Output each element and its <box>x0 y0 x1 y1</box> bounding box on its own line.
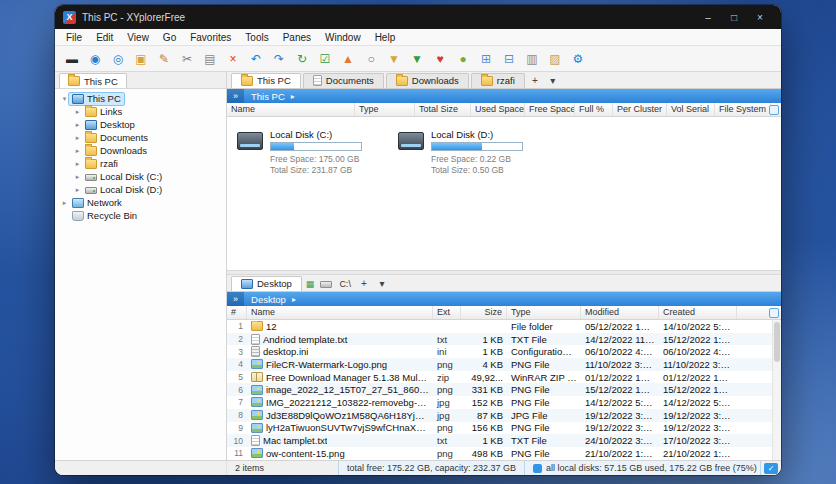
file-tab[interactable]: This PC <box>231 73 301 88</box>
scrollbar-thumb[interactable] <box>774 322 780 362</box>
file-tab[interactable]: Documents <box>303 73 384 88</box>
expand-arrow-icon[interactable]: ▸ <box>73 121 82 129</box>
menu-item[interactable]: File <box>59 32 89 43</box>
column-header[interactable]: Full % <box>575 103 613 116</box>
column-header[interactable]: Ext <box>433 306 461 319</box>
desktop.ini[interactable]: 3 desktop.ini ini 1 KB Configuration set… <box>227 345 781 358</box>
column-header[interactable]: File System <box>715 103 771 116</box>
lyH2aTiwuonSUVTw7vjS9wfCHnaXhsrF.png[interactable]: 9 lyH2aTiwuonSUVTw7vjS9wfCHnaXhsrF.png p… <box>227 422 781 435</box>
find-icon[interactable]: ○ <box>360 49 382 69</box>
drive-path-label[interactable]: C:\ <box>339 279 351 289</box>
edit-icon[interactable]: ✎ <box>153 49 175 69</box>
tree-caption-tab[interactable]: This PC <box>59 73 127 88</box>
column-header[interactable]: # <box>227 306 247 319</box>
tree-item[interactable]: Recycle Bin <box>57 209 224 222</box>
tree-item[interactable]: ▸ Network <box>57 196 224 209</box>
close-button[interactable]: × <box>747 8 773 26</box>
favorites-icon[interactable]: ♥ <box>429 49 451 69</box>
expand-arrow-icon[interactable]: ▸ <box>73 186 82 194</box>
tree-item[interactable]: ▸ Downloads <box>57 144 224 157</box>
column-header[interactable]: Type <box>507 306 581 319</box>
header-options-button[interactable] <box>769 105 779 115</box>
menu-item[interactable]: View <box>120 32 156 43</box>
column-header[interactable]: Name <box>247 306 433 319</box>
sweep-icon[interactable]: ▨ <box>544 49 566 69</box>
expand-arrow-icon[interactable]: ▸ <box>73 147 82 155</box>
split-view-icon[interactable]: ⊟ <box>498 49 520 69</box>
file-tab[interactable]: rzafi <box>471 73 525 88</box>
column-header[interactable]: Vol Serial <box>667 103 715 116</box>
cut-icon[interactable]: ✂ <box>176 49 198 69</box>
Mac tamplet.txt[interactable]: 10 Mac tamplet.txt txt 1 KB TXT File 24/… <box>227 434 781 447</box>
menu-item[interactable]: Help <box>368 32 403 43</box>
tree-item[interactable]: ▸ rzafi <box>57 157 224 170</box>
tree-item[interactable]: ▸ Links <box>57 105 224 118</box>
mini-drive-icon[interactable] <box>320 281 332 288</box>
hotlist-icon[interactable]: ▲ <box>337 49 359 69</box>
redo-icon[interactable]: ↷ <box>268 49 290 69</box>
Andriod template.txt[interactable]: 2 Andriod template.txt txt 1 KB TXT File… <box>227 333 781 346</box>
go-icon[interactable]: ● <box>452 49 474 69</box>
column-header[interactable]: Per Cluster <box>613 103 667 116</box>
undo-icon[interactable]: ↶ <box>245 49 267 69</box>
mini-tree-icon[interactable]: ▦ <box>306 279 315 289</box>
tree-item[interactable]: ▸ Documents <box>57 131 224 144</box>
new-folder-icon[interactable]: ▣ <box>130 49 152 69</box>
column-header[interactable]: Name <box>227 103 355 116</box>
tree-item[interactable]: ▸ Desktop <box>57 118 224 131</box>
tree-toggle-icon[interactable]: ☑ <box>314 49 336 69</box>
column-header[interactable]: Total Size <box>415 103 471 116</box>
preview-icon[interactable]: ◉ <box>84 49 106 69</box>
copy-icon[interactable]: ▤ <box>199 49 221 69</box>
expand-arrow-icon[interactable]: ▸ <box>60 199 69 207</box>
expand-arrow-icon[interactable]: ▸ <box>73 173 82 181</box>
tree-item[interactable]: ▸ Local Disk (C:) <box>57 170 224 183</box>
bottom-pane-tab[interactable]: Desktop <box>231 276 302 291</box>
IMG_20221212_103822-removebg-preview.jpg[interactable]: 7 IMG_20221212_103822-removebg-preview.j… <box>227 396 781 409</box>
bottom-new-tab-button[interactable]: + <box>356 278 372 291</box>
status-check-icon[interactable]: ✓ <box>764 463 778 474</box>
settings-icon[interactable]: ⚙ <box>567 49 589 69</box>
maximize-button[interactable]: □ <box>721 8 747 26</box>
tab-list-dropdown-icon[interactable]: ▾ <box>545 75 561 88</box>
column-header[interactable]: Used Space <box>471 103 525 116</box>
Free Download Manager 5.1.38 Multilingual x64 [...[interactable]: 5 Free Download Manager 5.1.38 Multiling… <box>227 371 781 384</box>
details-view-icon[interactable]: ▥ <box>521 49 543 69</box>
filter-icon[interactable]: ▼ <box>383 49 405 69</box>
FileCR-Watermark-Logo.png[interactable]: 4 FileCR-Watermark-Logo.png png 4 KB PNG… <box>227 358 781 371</box>
Jd3E88D9lQoWOz1M58QA6H18YjHHjcbB6.jpg[interactable]: 8 Jd3E88D9lQoWOz1M58QA6H18YjHHjcbB6.jpg … <box>227 409 781 422</box>
image_2022_12_15T07_27_51_860Z.png[interactable]: 6 image_2022_12_15T07_27_51_860Z.png png… <box>227 383 781 396</box>
minimize-button[interactable]: – <box>695 8 721 26</box>
menu-item[interactable]: Favorites <box>183 32 238 43</box>
new-tab-button[interactable]: + <box>527 75 543 88</box>
tree-item[interactable]: ▾ This PC <box>57 92 224 105</box>
refresh-icon[interactable]: ↻ <box>291 49 313 69</box>
Local Disk (C:)[interactable]: Local Disk (C:) Free Space: 175.00 GB To… <box>237 129 362 176</box>
menu-item[interactable]: Panes <box>276 32 318 43</box>
menu-item[interactable]: Edit <box>89 32 120 43</box>
delete-icon[interactable]: × <box>222 49 244 69</box>
tray-icon[interactable]: ▬ <box>61 49 83 69</box>
visual-filter-icon[interactable]: ▼ <box>406 49 428 69</box>
title-bar[interactable]: X This PC - XYplorerFree – □ × <box>55 5 781 29</box>
menu-item[interactable]: Go <box>156 32 183 43</box>
expand-arrow-icon[interactable]: ▸ <box>73 134 82 142</box>
column-header[interactable]: Type <box>355 103 415 116</box>
magnifier-icon[interactable]: ◎ <box>107 49 129 69</box>
expand-arrow-icon[interactable]: ▸ <box>73 160 82 168</box>
menu-item[interactable]: Tools <box>238 32 275 43</box>
column-header[interactable]: Free Space <box>525 103 575 116</box>
tree-item[interactable]: ▸ Local Disk (D:) <box>57 183 224 196</box>
expand-arrow-icon[interactable]: ▾ <box>60 95 69 103</box>
header-options-button[interactable] <box>769 308 779 318</box>
ow-content-15.png[interactable]: 11 ow-content-15.png png 498 KB PNG File… <box>227 447 781 460</box>
bottom-tab-dropdown-icon[interactable]: ▾ <box>374 278 390 291</box>
12[interactable]: 1 12 File folder 05/12/2022 12:01:... 14… <box>227 320 781 333</box>
vertical-scrollbar[interactable] <box>772 320 781 460</box>
grid-view-icon[interactable]: ⊞ <box>475 49 497 69</box>
bottom-breadcrumb-bar[interactable]: » Desktop ▸ <box>227 292 781 306</box>
column-header[interactable]: Created <box>659 306 737 319</box>
Local Disk (D:)[interactable]: Local Disk (D:) Free Space: 0.22 GB Tota… <box>398 129 523 176</box>
column-header[interactable]: Modified <box>581 306 659 319</box>
top-breadcrumb-bar[interactable]: » This PC ▸ <box>227 89 781 103</box>
